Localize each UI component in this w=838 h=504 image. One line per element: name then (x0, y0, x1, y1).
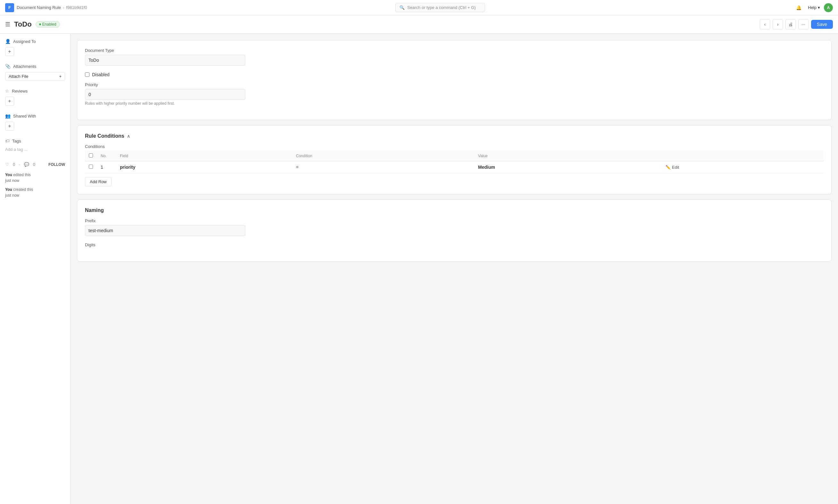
prev-button[interactable]: ‹ (760, 19, 770, 30)
sidebar-assigned-to-section: 👤 Assigned To + (5, 39, 65, 56)
search-placeholder: Search or type a command (Ctrl + G) (407, 5, 476, 10)
row-field: priority (116, 161, 292, 173)
sidebar-tags-section: 🏷 Tags Add a tag ... (5, 138, 65, 152)
shared-with-heading: 👥 Shared With (5, 113, 65, 119)
digits-group: Digits (85, 242, 824, 247)
row-checkbox-cell (85, 161, 97, 173)
disabled-label: Disabled (92, 72, 109, 77)
prefix-label: Prefix (85, 218, 824, 223)
help-chevron-icon: ▾ (818, 5, 820, 10)
edit-row-button[interactable]: ✏️ Edit (666, 165, 679, 170)
document-type-input[interactable] (85, 55, 245, 66)
disabled-checkbox-row: Disabled (85, 72, 824, 77)
heart-icon: ♡ (5, 162, 9, 167)
breadcrumb-item-1[interactable]: Document Naming Rule (17, 5, 61, 10)
document-type-group: Document Type (85, 48, 824, 66)
row-checkbox[interactable] (89, 165, 93, 169)
activity-action-1: created this (13, 187, 33, 192)
attach-plus-icon: + (59, 74, 62, 79)
attach-file-label: Attach File (8, 74, 28, 79)
activity-actor-1: You (5, 187, 12, 192)
collapse-button[interactable]: ∧ (127, 133, 130, 139)
help-label: Help (808, 5, 817, 10)
search-icon: 🔍 (399, 5, 405, 10)
add-assigned-to-button[interactable]: + (5, 47, 14, 56)
print-button[interactable]: 🖨 (785, 19, 796, 30)
notification-bell[interactable]: 🔔 (793, 4, 804, 12)
attachments-heading: 📎 Attachments (5, 64, 65, 69)
dot-sep: · (19, 162, 20, 167)
reviews-label: Reviews (12, 89, 28, 93)
main-content: Document Type Disabled Priority Rules wi… (77, 40, 832, 498)
page-header: ☰ ToDo Enabled ‹ › 🖨 ··· Save (0, 15, 838, 34)
attach-file-button[interactable]: Attach File + (5, 72, 65, 81)
sidebar-footer: ♡ 0 · 💬 0 FOLLOW You edited this just no… (5, 162, 65, 198)
attachments-label: Attachments (13, 64, 36, 69)
naming-card: Naming Prefix Digits (77, 199, 832, 262)
next-button[interactable]: › (773, 19, 783, 30)
breadcrumb: Document Naming Rule › f981b9d1f0 (17, 5, 87, 10)
add-row-button[interactable]: Add Row (85, 177, 112, 186)
col-value: Value (474, 151, 662, 161)
breadcrumb-sep-1: › (63, 5, 64, 10)
nav-left: F Document Naming Rule › f981b9d1f0 (5, 3, 87, 12)
rule-conditions-card: Rule Conditions ∧ Conditions No. Field (77, 125, 832, 194)
shared-with-label: Shared With (13, 114, 36, 119)
priority-input[interactable] (85, 89, 245, 100)
sidebar-attachments-section: 📎 Attachments Attach File + (5, 64, 65, 81)
page-title: ToDo (14, 20, 32, 29)
share-icon: 👥 (5, 113, 11, 119)
row-condition: = (292, 161, 474, 173)
main-layout: 👤 Assigned To + 📎 Attachments Attach Fil… (0, 34, 838, 504)
activity-item-0: You edited this just now (5, 172, 65, 183)
naming-title: Naming (85, 208, 824, 213)
more-options-button[interactable]: ··· (798, 19, 808, 30)
priority-hint: Rules with higher priority number will b… (85, 101, 824, 106)
save-button[interactable]: Save (811, 20, 833, 29)
sidebar: 👤 Assigned To + 📎 Attachments Attach Fil… (0, 34, 70, 504)
help-button[interactable]: Help ▾ (808, 5, 820, 10)
search-box[interactable]: 🔍 Search or type a command (Ctrl + G) (395, 3, 485, 12)
content-area: Document Type Disabled Priority Rules wi… (70, 34, 838, 504)
add-review-button[interactable]: + (5, 97, 14, 106)
sidebar-shared-with-section: 👥 Shared With + (5, 113, 65, 131)
col-no: No. (97, 151, 116, 161)
activity-time-0: just now (5, 178, 19, 183)
status-dot (39, 23, 41, 25)
rule-conditions-header: Rule Conditions ∧ (85, 133, 824, 139)
edit-label: Edit (672, 165, 679, 170)
tag-icon: 🏷 (5, 138, 10, 143)
person-icon: 👤 (5, 39, 11, 44)
row-no: 1 (97, 161, 116, 173)
add-shared-with-button[interactable]: + (5, 122, 14, 131)
nav-right: 🔔 Help ▾ A (793, 3, 833, 12)
disabled-checkbox[interactable] (85, 72, 89, 77)
add-tag-placeholder[interactable]: Add a tag ... (5, 147, 28, 152)
row-value: Medium (474, 161, 662, 173)
follow-button[interactable]: FOLLOW (48, 162, 65, 167)
document-type-label: Document Type (85, 48, 824, 53)
priority-group: Priority Rules with higher priority numb… (85, 82, 824, 106)
col-checkbox (85, 151, 97, 161)
tags-label: Tags (12, 139, 21, 143)
col-field: Field (116, 151, 292, 161)
content-wrapper: ☰ ToDo Enabled ‹ › 🖨 ··· Save 👤 Assigned… (0, 15, 838, 504)
menu-icon[interactable]: ☰ (5, 21, 10, 28)
likes-count: 0 (13, 162, 15, 167)
rule-conditions-title: Rule Conditions (85, 133, 124, 139)
priority-label: Priority (85, 82, 824, 87)
col-actions (662, 151, 824, 161)
table-row: 1 priority = Medium ✏️ Edit (85, 161, 824, 173)
assigned-to-heading: 👤 Assigned To (5, 39, 65, 44)
select-all-checkbox[interactable] (89, 154, 93, 158)
assigned-to-label: Assigned To (13, 39, 36, 44)
top-nav: F Document Naming Rule › f981b9d1f0 🔍 Se… (0, 0, 838, 15)
prefix-input[interactable] (85, 225, 245, 236)
paperclip-icon: 📎 (5, 64, 11, 69)
star-icon: ☆ (5, 88, 9, 93)
nav-center: 🔍 Search or type a command (Ctrl + G) (395, 3, 485, 12)
document-type-card: Document Type Disabled Priority Rules wi… (77, 40, 832, 120)
status-badge: Enabled (36, 21, 60, 28)
breadcrumb-item-2[interactable]: f981b9d1f0 (66, 5, 87, 10)
reviews-heading: ☆ Reviews (5, 88, 65, 93)
